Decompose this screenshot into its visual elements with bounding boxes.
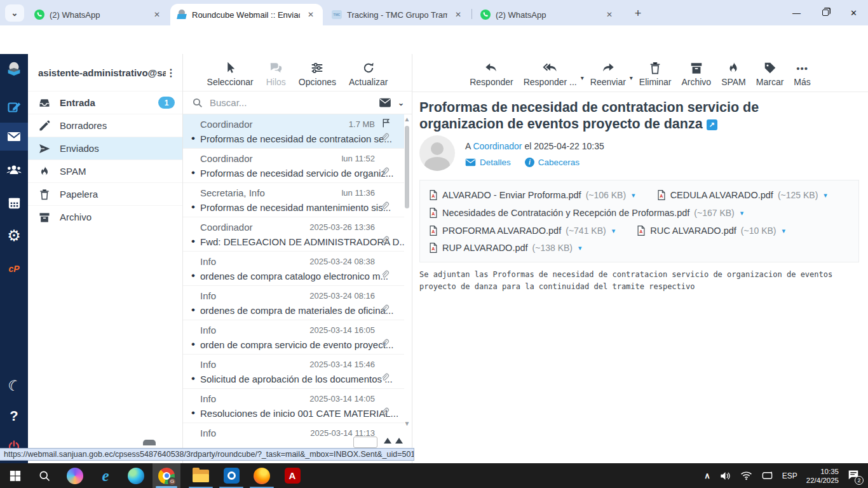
next-page-icon[interactable]	[384, 438, 391, 444]
panel-splitter-handle[interactable]	[143, 440, 156, 445]
firefox-button[interactable]	[248, 463, 276, 488]
meet-now-icon[interactable]	[761, 471, 773, 480]
message-row[interactable]: Coordinador lun 11:52 • Proformas de nec…	[183, 149, 404, 183]
message-row[interactable]: Info 2025-03-14 14:05 • Resoluciones de …	[183, 389, 404, 423]
tray-expand-icon[interactable]: ∧	[704, 471, 710, 480]
attachment-item[interactable]: A ALVARADO - Enviar Proforma.pdf (~106 K…	[429, 189, 635, 201]
details-toggle[interactable]: Detalles	[465, 158, 511, 167]
message-row[interactable]: Info 2025-03-14 16:05 • orden de compra …	[183, 320, 404, 355]
select-button[interactable]: Seleccionar	[207, 61, 254, 87]
attachment-menu-caret[interactable]: ▾	[612, 227, 616, 235]
threads-button[interactable]: Hilos	[266, 61, 286, 87]
tab-close-icon[interactable]: ✕	[604, 9, 615, 20]
close-button[interactable]: ✕	[839, 0, 868, 25]
archive-button[interactable]: Archivo	[681, 61, 711, 87]
tab-search-button[interactable]: ⌄	[5, 4, 24, 22]
reply-all-button[interactable]: Responder ...	[524, 61, 577, 87]
folder-item-entrada[interactable]: Entrada 1	[28, 91, 182, 114]
spam-button[interactable]: SPAM	[721, 61, 746, 87]
contacts-nav-button[interactable]	[0, 156, 28, 184]
attachment-menu-caret[interactable]: ▾	[740, 209, 744, 217]
tab-close-icon[interactable]: ✕	[151, 9, 163, 20]
recipient-link[interactable]: Coordinador	[473, 141, 522, 151]
attachment-menu-caret[interactable]: ▾	[578, 244, 582, 252]
browser-tab-whatsapp-1[interactable]: (2) WhatsApp ✕	[28, 4, 169, 25]
scroll-up-icon[interactable]: ▲	[403, 116, 410, 123]
language-indicator[interactable]: ESP	[782, 471, 797, 480]
folder-item-papelera[interactable]: Papelera	[28, 182, 182, 205]
page-number-input[interactable]	[353, 437, 377, 448]
folder-item-enviados[interactable]: Enviados	[28, 137, 182, 159]
attachment-item[interactable]: A PROFORMA ALVARADO.pdf (~741 KB) ▾	[429, 225, 615, 236]
forward-button[interactable]: Reenviar	[590, 61, 626, 87]
account-menu-icon[interactable]: ⋮	[166, 67, 176, 79]
chrome-button[interactable]: G	[153, 463, 180, 488]
browser-status-bar: https://webmail.sanjuan.gob.ec/cpsess548…	[0, 448, 414, 461]
volume-icon[interactable]	[719, 471, 731, 481]
new-tab-button[interactable]: +	[630, 6, 646, 21]
acrobat-button[interactable]: A	[278, 463, 306, 488]
copilot-button[interactable]	[61, 463, 89, 488]
reply-button[interactable]: Responder	[470, 61, 513, 87]
minimize-button[interactable]: —	[782, 0, 811, 25]
tab-close-icon[interactable]: ✕	[305, 9, 316, 20]
folder-item-borradores[interactable]: Borradores	[28, 114, 182, 137]
scrollbar-thumb[interactable]	[405, 126, 409, 208]
attachment-item[interactable]: A CEDULA ALVARADO.pdf (~125 KB) ▾	[657, 189, 827, 201]
attachment-item[interactable]: A RUC ALVARADO.pdf (~10 KB) ▾	[637, 225, 785, 236]
settings-nav-button[interactable]: ⚙	[0, 222, 28, 250]
forward-caret-icon[interactable]: ▾	[630, 74, 633, 81]
open-in-new-window-icon[interactable]: ↗	[707, 119, 717, 130]
help-button[interactable]: ?	[0, 402, 28, 430]
scroll-down-icon[interactable]: ▼	[403, 420, 410, 427]
attachment-item[interactable]: A RUP ALVARADO.pdf (~138 KB) ▾	[429, 242, 582, 254]
calendar-nav-button[interactable]	[0, 189, 28, 217]
account-header[interactable]: asistente-administrativo@sa... ⋮	[28, 54, 182, 91]
file-explorer-button[interactable]	[187, 463, 215, 488]
attachment-menu-caret[interactable]: ▾	[632, 191, 635, 200]
search-options-caret[interactable]: ⌄	[398, 98, 404, 107]
darkmode-button[interactable]: ☾	[0, 372, 28, 400]
folder-item-spam[interactable]: SPAM	[28, 159, 182, 182]
compose-button[interactable]	[0, 93, 28, 121]
wifi-icon[interactable]	[740, 471, 752, 480]
search-scope-icon[interactable]	[379, 98, 391, 108]
reply-all-caret-icon[interactable]: ▾	[581, 74, 584, 81]
delete-button[interactable]: Eliminar	[639, 61, 672, 87]
options-button[interactable]: Opciones	[299, 61, 336, 87]
roundcube-logo	[0, 55, 28, 83]
tab-close-icon[interactable]: ✕	[452, 9, 464, 20]
taskbar-search-button[interactable]	[31, 463, 58, 488]
list-scrollbar[interactable]: ▲ ▼	[403, 116, 410, 444]
edge-button[interactable]	[122, 463, 150, 488]
message-row[interactable]: Secretaria, Info lun 11:36 • Proformas d…	[183, 183, 404, 217]
taskbar-clock[interactable]: 10:35 22/4/2025	[806, 467, 839, 485]
attachment-item[interactable]: A Necesidades de Contratación y Recepció…	[429, 207, 743, 219]
refresh-button[interactable]: Actualizar	[349, 61, 388, 87]
start-button[interactable]	[1, 463, 29, 488]
last-page-icon[interactable]	[395, 438, 403, 444]
mark-button[interactable]: Marcar	[756, 61, 784, 87]
message-row[interactable]: Coordinador 1.7 MB • Proformas de necesi…	[183, 114, 404, 149]
search-input[interactable]	[210, 97, 379, 108]
message-row[interactable]: Info 2025-03-14 15:46 • Solicitud de apr…	[183, 355, 404, 389]
outlook-button[interactable]	[217, 463, 245, 488]
browser-tab-whatsapp-2[interactable]: (2) WhatsApp ✕	[474, 4, 621, 25]
headers-toggle[interactable]: i Cabeceras	[525, 158, 580, 167]
folder-item-archivo[interactable]: Archivo	[28, 205, 182, 228]
message-list-panel: Seleccionar Hilos Opciones Actualizar	[182, 54, 412, 463]
message-row[interactable]: Info 2025-03-24 08:16 • ordenes de compr…	[183, 286, 404, 320]
more-button[interactable]: ••• Más	[794, 61, 810, 87]
attachment-menu-caret[interactable]: ▾	[824, 191, 827, 200]
browser-tab-roundcube[interactable]: Roundcube Webmail :: Enviados ✕	[170, 4, 323, 25]
restore-button[interactable]	[811, 0, 839, 25]
flag-icon[interactable]	[381, 118, 391, 131]
message-row[interactable]: Info 2025-03-24 08:38 • ordenes de compr…	[183, 252, 404, 286]
notification-center-button[interactable]: 2	[848, 470, 859, 482]
cpanel-button[interactable]: cP	[0, 255, 28, 283]
internet-explorer-button[interactable]: e	[92, 463, 119, 488]
browser-tab-tracking[interactable]: TMC Tracking - TMC Grupo Tramaco ✕	[325, 4, 470, 25]
attachment-menu-caret[interactable]: ▾	[782, 227, 785, 235]
message-row[interactable]: Coordinador 2025-03-26 13:36 • Fwd: DELE…	[183, 217, 404, 252]
mail-nav-button[interactable]	[0, 123, 28, 151]
